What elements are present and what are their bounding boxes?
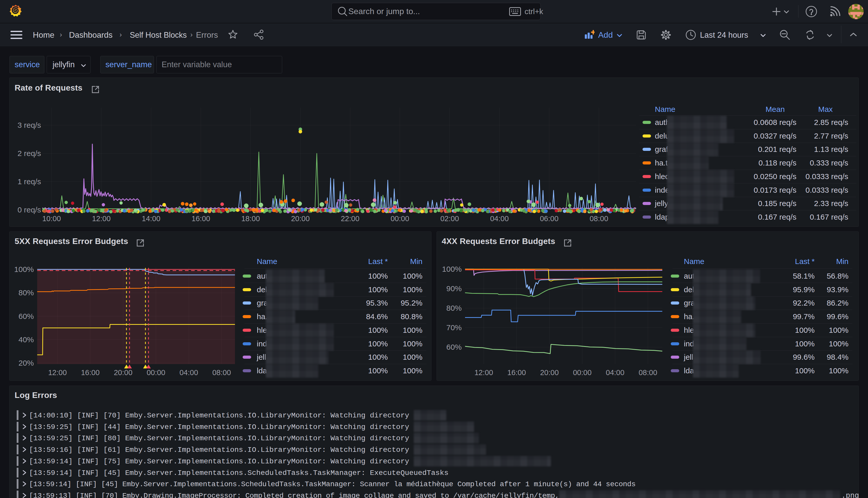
svg-text:16:00: 16:00 (507, 368, 526, 377)
svg-text:12:00: 12:00 (475, 368, 493, 377)
svg-text:80%: 80% (446, 304, 462, 312)
svg-text:90%: 90% (446, 284, 462, 293)
svg-text:08:00: 08:00 (639, 368, 657, 377)
svg-text:04:00: 04:00 (606, 368, 625, 377)
svg-text:60%: 60% (446, 343, 462, 351)
svg-text:70%: 70% (446, 323, 462, 332)
svg-text:20:00: 20:00 (540, 368, 559, 377)
svg-text:100%: 100% (442, 265, 462, 273)
svg-text:00:00: 00:00 (573, 368, 592, 377)
